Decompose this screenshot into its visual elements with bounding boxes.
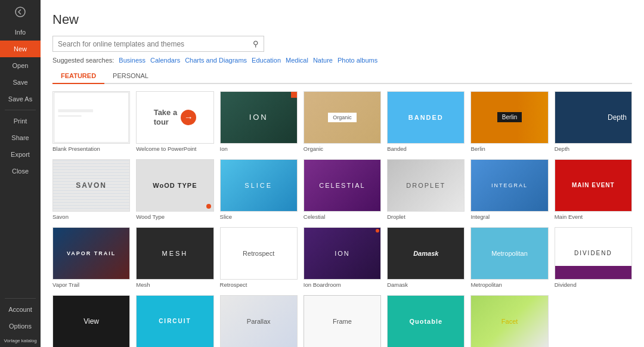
template-thumb-slice: SLICE: [220, 159, 298, 212]
vaportrail-text: VAPOR TRAIL: [67, 250, 116, 256]
template-thumb-integral: INTEGRAL: [470, 159, 548, 212]
template-name-vaportrail: Vapor Trail: [52, 281, 130, 288]
sidebar-item-open[interactable]: Open: [0, 57, 41, 74]
sidebar-item-options[interactable]: Options: [0, 318, 41, 334]
tour-text-take: Take a: [154, 108, 178, 117]
droplet-text: DROPLET: [406, 182, 445, 189]
template-berlin[interactable]: Berlin Berlin: [470, 91, 548, 152]
template-name-ionboard: Ion Boardroom: [304, 281, 381, 288]
template-name-droplet: Droplet: [387, 213, 465, 220]
template-take-tour[interactable]: Take a tour → Welcome to PowerPoint: [136, 91, 213, 152]
template-name-organic: Organic: [304, 145, 381, 152]
slice-text: SLICE: [244, 182, 273, 189]
suggested-photoalbums[interactable]: Photo albums: [338, 57, 377, 64]
sidebar-item-save[interactable]: Save: [0, 74, 41, 91]
template-thumb-view: View: [52, 295, 130, 347]
template-name-woodtype: Wood Type: [136, 213, 213, 220]
tab-personal[interactable]: PERSONAL: [104, 70, 157, 84]
template-retrospect[interactable]: Retrospect Retrospect: [220, 227, 298, 288]
suggested-charts[interactable]: Charts and Diagrams: [185, 57, 247, 64]
retrospect-text: Retrospect: [243, 250, 274, 257]
template-dividend[interactable]: DIVIDEND Dividend: [555, 227, 632, 288]
template-name-slice: Slice: [220, 213, 298, 220]
sidebar-item-info[interactable]: Info: [0, 24, 41, 41]
celestial-text: CELESTIAL: [319, 182, 365, 189]
parallax-text: Parallax: [247, 318, 271, 325]
frame-text: Frame: [333, 318, 352, 325]
template-blank[interactable]: Blank Presentation: [52, 91, 130, 152]
template-thumb-frame: Frame: [304, 295, 381, 347]
template-thumb-mesh: MESH: [136, 227, 213, 280]
search-bar: ⚲: [52, 36, 264, 52]
sidebar-item-share[interactable]: Share: [0, 129, 41, 146]
metro-text: Metropolitan: [491, 250, 528, 257]
template-celestial[interactable]: CELESTIAL Celestial: [304, 159, 381, 220]
template-quotable[interactable]: Quotable Quotable: [387, 295, 465, 347]
template-view[interactable]: View View: [52, 295, 130, 347]
template-banded[interactable]: BANDED Banded: [387, 91, 465, 152]
template-thumb-damask: Damask: [387, 227, 465, 280]
search-button[interactable]: ⚲: [248, 36, 264, 51]
suggested-medical[interactable]: Medical: [286, 57, 308, 64]
svg-rect-3: [58, 109, 93, 112]
template-damask[interactable]: Damask Damask: [387, 227, 465, 288]
sidebar-item-vorlage[interactable]: Vorlage katalog: [0, 334, 41, 347]
template-ionboard[interactable]: ION Ion Boardroom: [304, 227, 381, 288]
template-thumb-woodtype: WoOD TYPE: [136, 159, 213, 212]
template-savon[interactable]: SAVON Savon: [52, 159, 130, 220]
sidebar-item-print[interactable]: Print: [0, 113, 41, 129]
suggested-calendars[interactable]: Calendars: [150, 57, 180, 64]
sidebar-item-export[interactable]: Export: [0, 146, 41, 163]
template-name-mainevent: Main Event: [555, 213, 632, 220]
back-button[interactable]: [0, 0, 41, 24]
template-thumb-depth: Depth: [555, 91, 632, 144]
sidebar-item-new[interactable]: New: [0, 41, 41, 57]
suggested-education[interactable]: Education: [252, 57, 281, 64]
sidebar-bottom: Account Options Vorlage katalog: [0, 296, 41, 347]
template-facet[interactable]: Facet Facet: [470, 295, 548, 347]
template-ion[interactable]: ION Ion: [220, 91, 298, 152]
suggested-row: Suggested searches: Business Calendars C…: [52, 57, 632, 64]
sidebar-divider-2: [5, 298, 36, 299]
templates-row-1: Blank Presentation Take a tour → Welcome…: [52, 91, 632, 152]
template-woodtype[interactable]: WoOD TYPE Wood Type: [136, 159, 213, 220]
template-thumb-dividend: DIVIDEND: [555, 227, 632, 280]
template-vaportrail[interactable]: VAPOR TRAIL Vapor Trail: [52, 227, 130, 288]
woodtype-dot: [206, 204, 211, 209]
template-mesh[interactable]: MESH Mesh: [136, 227, 213, 288]
savon-text: SAVON: [76, 181, 107, 190]
main-content: New ⚲ Suggested searches: Business Calen…: [41, 0, 644, 347]
template-name-ion: Ion: [220, 145, 298, 152]
template-name-celestial: Celestial: [304, 213, 381, 220]
template-depth[interactable]: Depth Depth: [555, 91, 632, 152]
sidebar-item-account[interactable]: Account: [0, 301, 41, 318]
tabs-row: FEATURED PERSONAL: [52, 70, 632, 84]
template-organic[interactable]: Organic Organic: [304, 91, 381, 152]
template-integral[interactable]: INTEGRAL Integral: [470, 159, 548, 220]
template-thumb-celestial: CELESTIAL: [304, 159, 381, 212]
sidebar-item-close[interactable]: Close: [0, 163, 41, 179]
template-parallax[interactable]: Parallax Parallax: [220, 295, 298, 347]
template-frame[interactable]: Frame Frame: [304, 295, 381, 347]
search-input[interactable]: [53, 37, 248, 51]
template-thumb-retrospect: Retrospect: [220, 227, 298, 280]
template-droplet[interactable]: DROPLET Droplet: [387, 159, 465, 220]
template-name-retrospect: Retrospect: [220, 281, 298, 288]
template-mainevent[interactable]: MAIN EVENT Main Event: [555, 159, 632, 220]
template-thumb-ion: ION: [220, 91, 298, 144]
suggested-business[interactable]: Business: [119, 57, 145, 64]
ion-label: ION: [249, 113, 268, 122]
template-slice[interactable]: SLICE Slice: [220, 159, 298, 220]
template-thumb-parallax: Parallax: [220, 295, 298, 347]
template-circuit[interactable]: CIRCUIT Circuit: [136, 295, 213, 347]
woodtype-text: WoOD TYPE: [153, 182, 197, 189]
sidebar-item-save-as[interactable]: Save As: [0, 91, 41, 107]
template-thumb-circuit: CIRCUIT: [136, 295, 213, 347]
svg-rect-4: [58, 115, 81, 117]
suggested-nature[interactable]: Nature: [313, 57, 333, 64]
template-metro[interactable]: Metropolitan Metropolitan: [470, 227, 548, 288]
template-thumb-take-tour: Take a tour →: [136, 91, 213, 144]
template-name-metro: Metropolitan: [470, 281, 548, 288]
tab-featured[interactable]: FEATURED: [52, 70, 104, 84]
template-thumb-blank: [52, 91, 130, 144]
